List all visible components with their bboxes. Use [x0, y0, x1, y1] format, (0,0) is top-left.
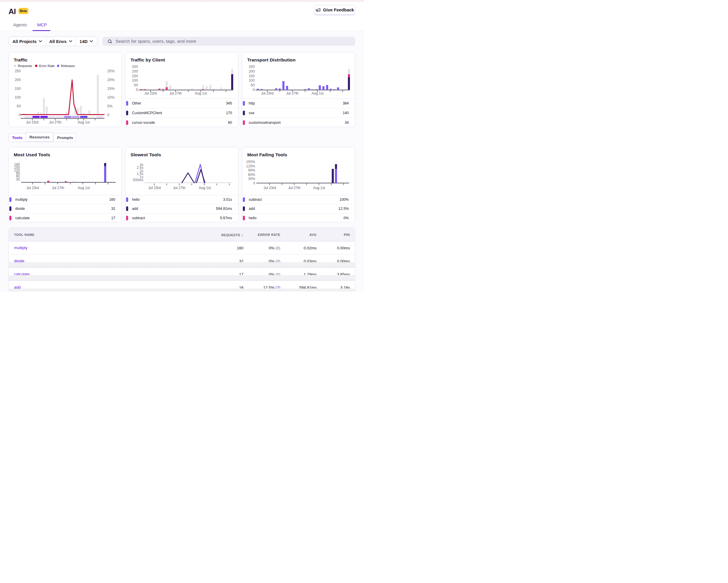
svg-text:150: 150	[249, 74, 255, 78]
svg-text:50: 50	[251, 83, 255, 87]
svg-text:Releases: Releases	[61, 64, 75, 68]
svg-text:Jul 27th: Jul 27th	[170, 91, 182, 95]
svg-text:100: 100	[15, 95, 21, 100]
svg-text:0: 0	[253, 181, 255, 185]
svg-text:90%: 90%	[248, 168, 255, 172]
svg-text:250: 250	[132, 65, 138, 69]
svg-text:Requests: Requests	[18, 64, 32, 68]
svg-text:Jul 23rd: Jul 23rd	[148, 186, 161, 190]
svg-text:Aug 1st: Aug 1st	[199, 186, 211, 190]
svg-text:Jul 23rd: Jul 23rd	[144, 91, 157, 95]
svg-text:Aug 1st: Aug 1st	[195, 91, 207, 95]
svg-text:Aug 1st: Aug 1st	[312, 91, 323, 95]
svg-text:Jul 23rd: Jul 23rd	[26, 186, 39, 190]
svg-text:150: 150	[15, 86, 21, 91]
svg-text:100: 100	[249, 78, 255, 82]
svg-text:Jul 27th: Jul 27th	[173, 186, 185, 190]
svg-text:Jul 23rd: Jul 23rd	[26, 120, 38, 124]
svg-text:30%: 30%	[248, 177, 255, 181]
svg-text:30: 30	[16, 177, 20, 181]
svg-text:Error Rate: Error Rate	[39, 64, 55, 68]
svg-text:0: 0	[136, 88, 138, 92]
svg-text:Jul 27th: Jul 27th	[49, 120, 61, 124]
svg-text:150: 150	[132, 74, 138, 78]
svg-text:150%: 150%	[246, 160, 255, 164]
svg-text:200: 200	[15, 78, 21, 82]
svg-text:50: 50	[17, 104, 21, 108]
svg-text:250: 250	[15, 69, 21, 73]
svg-text:Jul 27th: Jul 27th	[286, 91, 298, 95]
svg-text:0: 0	[253, 88, 255, 92]
svg-text:15%: 15%	[107, 86, 115, 91]
svg-text:Jul 23rd: Jul 23rd	[261, 91, 274, 95]
svg-text:0: 0	[107, 113, 109, 117]
svg-text:Aug 1st: Aug 1st	[313, 186, 325, 190]
svg-text:250: 250	[249, 65, 255, 69]
svg-text:200: 200	[249, 69, 255, 73]
svg-text:120%: 120%	[246, 164, 255, 168]
svg-text:Jul 27th: Jul 27th	[52, 186, 64, 190]
svg-text:500ms: 500ms	[133, 178, 144, 182]
svg-text:Aug 1st: Aug 1st	[78, 186, 90, 190]
svg-text:200: 200	[132, 69, 138, 73]
svg-text:100: 100	[132, 78, 138, 82]
svg-text:25%: 25%	[107, 69, 115, 73]
svg-text:Jul 27th: Jul 27th	[288, 186, 301, 190]
svg-text:0: 0	[19, 113, 21, 117]
svg-text:20%: 20%	[107, 78, 115, 82]
svg-text:Aug 1st: Aug 1st	[78, 120, 90, 124]
svg-text:60%: 60%	[248, 173, 255, 177]
svg-text:50: 50	[134, 83, 138, 87]
svg-text:10%: 10%	[107, 95, 115, 100]
svg-text:Jul 23rd: Jul 23rd	[264, 186, 276, 190]
svg-text:5%: 5%	[107, 104, 113, 108]
